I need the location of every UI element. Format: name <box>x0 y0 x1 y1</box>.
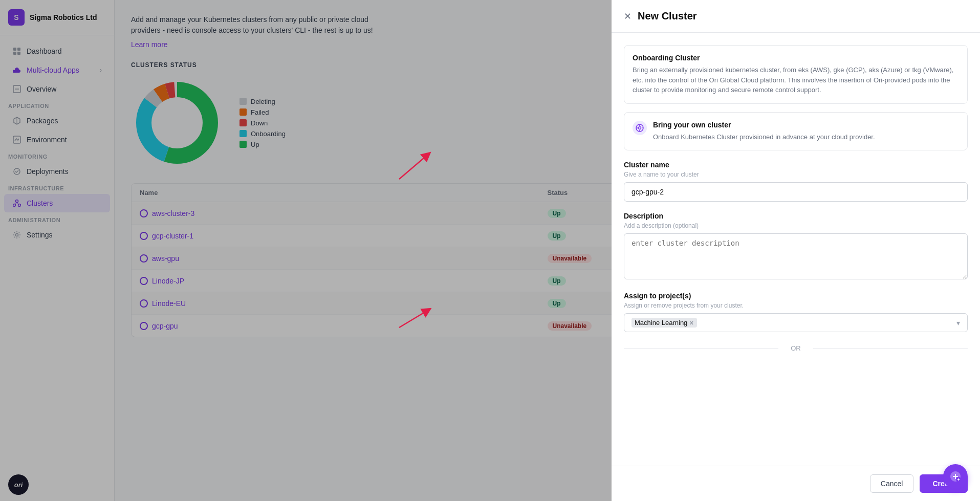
onboarding-option[interactable]: Onboarding Cluster Bring an externally p… <box>624 45 968 104</box>
overlay: ✕ New Cluster Onboarding Cluster Bring a… <box>0 0 980 501</box>
fab-button[interactable] <box>943 464 968 489</box>
drawer-title: New Cluster <box>638 10 697 22</box>
project-tag: Machine Learning × <box>631 318 697 328</box>
project-tag-remove[interactable]: × <box>689 319 693 326</box>
assign-label: Assign to project(s) <box>624 292 968 300</box>
description-label: Description <box>624 212 968 220</box>
cluster-name-sublabel: Give a name to your cluster <box>624 171 968 178</box>
description-sublabel: Add a description (optional) <box>624 222 968 229</box>
close-button[interactable]: ✕ <box>624 12 631 21</box>
select-dropdown-icon: ▾ <box>956 319 960 327</box>
byoc-desc: Onboard Kubernetes Cluster provisioned i… <box>653 132 875 142</box>
onboarding-desc: Bring an externally provisioned kubernet… <box>633 65 959 95</box>
assign-sublabel: Assign or remove projects from your clus… <box>624 302 968 309</box>
byoc-option[interactable]: Bring your own cluster Onboard Kubernete… <box>624 112 968 151</box>
cluster-name-label: Cluster name <box>624 161 968 169</box>
byoc-title: Bring your own cluster <box>653 121 875 129</box>
new-cluster-drawer: ✕ New Cluster Onboarding Cluster Bring a… <box>612 0 980 501</box>
drawer-body: Onboarding Cluster Bring an externally p… <box>612 33 980 466</box>
or-divider: OR <box>624 344 968 352</box>
cluster-name-section: Cluster name Give a name to your cluster <box>624 161 968 202</box>
description-textarea[interactable] <box>624 233 968 279</box>
cancel-button[interactable]: Cancel <box>870 474 914 493</box>
cluster-name-input[interactable] <box>624 182 968 202</box>
description-section: Description Add a description (optional) <box>624 212 968 281</box>
onboarding-title: Onboarding Cluster <box>633 54 959 62</box>
assign-projects-section: Assign to project(s) Assign or remove pr… <box>624 292 968 332</box>
project-tag-label: Machine Learning <box>635 319 687 326</box>
drawer-footer: Cancel Create <box>612 466 980 501</box>
byoc-icon <box>633 121 647 135</box>
byoc-option-content: Bring your own cluster Onboard Kubernete… <box>633 121 959 142</box>
project-select[interactable]: Machine Learning × ▾ <box>624 313 968 332</box>
drawer-header: ✕ New Cluster <box>612 0 980 33</box>
